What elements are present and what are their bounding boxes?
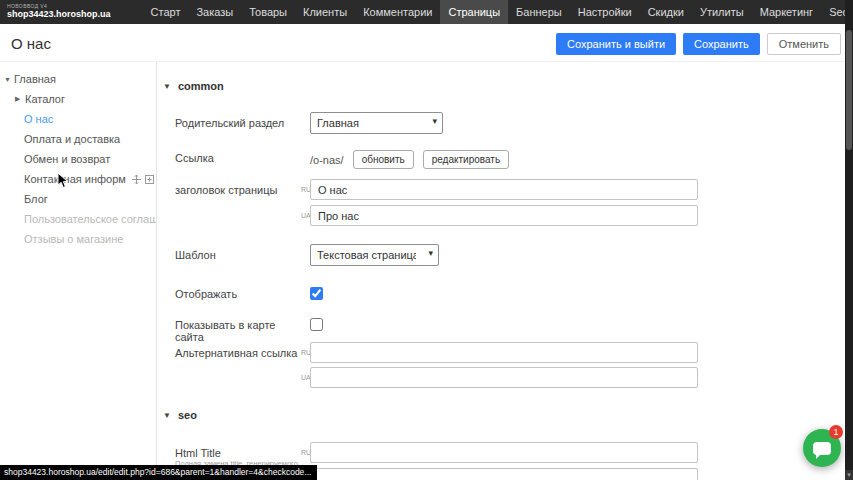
tree-item-oplata[interactable]: Оплата и доставка <box>0 129 156 149</box>
page-title-ua-input[interactable] <box>310 205 698 226</box>
tree-item-katalog[interactable]: ▶ Каталог <box>0 89 156 109</box>
parent-section-select[interactable]: Главная <box>310 112 443 134</box>
chevron-down-icon: ▼ <box>163 411 171 420</box>
alt-link-ua-input[interactable] <box>310 367 698 388</box>
display-checkbox[interactable] <box>310 287 323 300</box>
chat-widget-button[interactable]: 1 <box>803 429 841 467</box>
field-parent-section: Родительский раздел Главная <box>158 112 845 138</box>
field-page-title-ua: UA <box>158 205 845 231</box>
nav-marketing[interactable]: Маркетинг <box>752 0 821 24</box>
html-title-ru-input[interactable] <box>310 442 698 463</box>
html-title-ua-input[interactable] <box>310 468 698 480</box>
page-header: О нас Сохранить и выйти Сохранить Отмени… <box>0 24 845 62</box>
tree-item-obmen[interactable]: Обмен и возврат <box>0 149 156 169</box>
tree-item-label: Оплата и доставка <box>24 133 120 145</box>
nav-comments[interactable]: Комментарии <box>355 0 440 24</box>
tree-item-o-nas[interactable]: О нас <box>0 109 156 129</box>
field-label: Отображать <box>175 288 300 300</box>
tree-item-kontaktnaya[interactable]: Контактная информ <box>0 169 156 189</box>
main-nav: Старт Заказы Товары Клиенты Комментарии … <box>143 0 853 24</box>
page-edit-form: ▼ common Родительский раздел Главная Ссы… <box>158 62 845 480</box>
page-title-ru-input[interactable] <box>310 179 698 200</box>
field-template: Шаблон Текстовая страница <box>158 244 845 270</box>
scroll-down-button[interactable]: ▼ <box>845 470 853 480</box>
cancel-button[interactable]: Отменить <box>767 33 841 55</box>
field-label: Показывать в карте сайта <box>175 319 300 343</box>
nav-settings[interactable]: Настройки <box>570 0 640 24</box>
tree-item-blog[interactable]: Блог <box>0 189 156 209</box>
tree-item-label: О нас <box>24 113 53 125</box>
add-icon[interactable] <box>145 175 154 184</box>
field-label: Альтернативная ссылка <box>175 347 300 359</box>
template-select[interactable]: Текстовая страница <box>310 244 439 266</box>
chevron-down-icon[interactable]: ▼ <box>4 76 14 83</box>
section-title: seo <box>178 409 197 421</box>
tree-item-label: Блог <box>24 193 48 205</box>
tree-item-label: Контактная информ <box>24 173 126 185</box>
sitemap-checkbox[interactable] <box>310 318 323 331</box>
field-alt-link-ua: UA <box>158 367 845 393</box>
header-buttons: Сохранить и выйти Сохранить Отменить <box>556 33 841 55</box>
move-icon[interactable] <box>132 175 141 184</box>
tree-item-label: Пользовательское соглашение <box>24 213 156 225</box>
nav-discounts[interactable]: Скидки <box>640 0 692 24</box>
nav-utilities[interactable]: Утилиты <box>692 0 752 24</box>
nav-pages[interactable]: Страницы <box>440 0 508 24</box>
field-label: Html Title <box>175 447 300 459</box>
tree-item-label: Каталог <box>25 93 65 105</box>
link-edit-button[interactable]: редактировать <box>423 150 509 169</box>
link-path-value: /o-nas/ <box>310 154 344 166</box>
tree-item-hover-actions <box>132 175 156 184</box>
chat-unread-badge: 1 <box>829 425 843 439</box>
topbar: НОВОВВОД V4 shop34423.horoshop.ua Старт … <box>0 0 853 24</box>
nav-start[interactable]: Старт <box>143 0 189 24</box>
section-common-header[interactable]: ▼ common <box>158 80 845 92</box>
save-and-exit-button[interactable]: Сохранить и выйти <box>556 33 676 55</box>
logo[interactable]: НОВОВВОД V4 shop34423.horoshop.ua <box>0 4 121 19</box>
field-label: Шаблон <box>175 249 300 261</box>
chevron-right-icon[interactable]: ▶ <box>15 95 25 103</box>
tree-item-soglashenie[interactable]: Пользовательское соглашение <box>0 209 156 229</box>
section-title: common <box>178 80 224 92</box>
vertical-scrollbar[interactable]: ▼ <box>845 0 853 480</box>
tree-item-otzyvy[interactable]: Отзывы о магазине <box>0 229 156 249</box>
nav-orders[interactable]: Заказы <box>188 0 241 24</box>
field-display: Отображать <box>158 283 845 309</box>
field-link: Ссылка /o-nas/ обновить редактировать <box>158 147 845 173</box>
tree-item-glavnaya[interactable]: ▼ Главная <box>0 69 156 89</box>
chevron-down-icon: ▼ <box>163 82 171 91</box>
field-label: Родительский раздел <box>175 117 300 129</box>
section-seo: ▼ seo <box>158 409 845 435</box>
tree-item-label: Главная <box>14 73 56 85</box>
pages-tree: ▼ Главная ▶ Каталог О нас Оплата и доста… <box>0 62 157 480</box>
save-button[interactable]: Сохранить <box>683 33 760 55</box>
link-refresh-button[interactable]: обновить <box>353 150 414 169</box>
chat-bubble-icon <box>813 442 831 455</box>
nav-banners[interactable]: Баннеры <box>508 0 570 24</box>
field-page-title-ru: заголовок страницы RU <box>158 179 845 205</box>
alt-link-ru-input[interactable] <box>310 342 698 363</box>
section-seo-header[interactable]: ▼ seo <box>158 409 845 421</box>
field-label: заголовок страницы <box>175 184 300 196</box>
field-label: Ссылка <box>175 152 300 164</box>
status-url-bar: shop34423.horoshop.ua/edit/edit.php?id=6… <box>0 465 317 480</box>
field-alt-link-ru: Альтернативная ссылка RU <box>158 342 845 368</box>
tree-item-label: Отзывы о магазине <box>24 233 123 245</box>
section-common: ▼ common <box>158 80 845 106</box>
nav-products[interactable]: Товары <box>241 0 295 24</box>
scrollbar-thumb[interactable] <box>846 30 852 150</box>
page-title: О нас <box>11 35 51 52</box>
nav-clients[interactable]: Клиенты <box>295 0 355 24</box>
logo-domain: shop34423.horoshop.ua <box>7 10 111 20</box>
field-sitemap: Показывать в карте сайта <box>158 314 845 340</box>
tree-item-label: Обмен и возврат <box>24 153 110 165</box>
